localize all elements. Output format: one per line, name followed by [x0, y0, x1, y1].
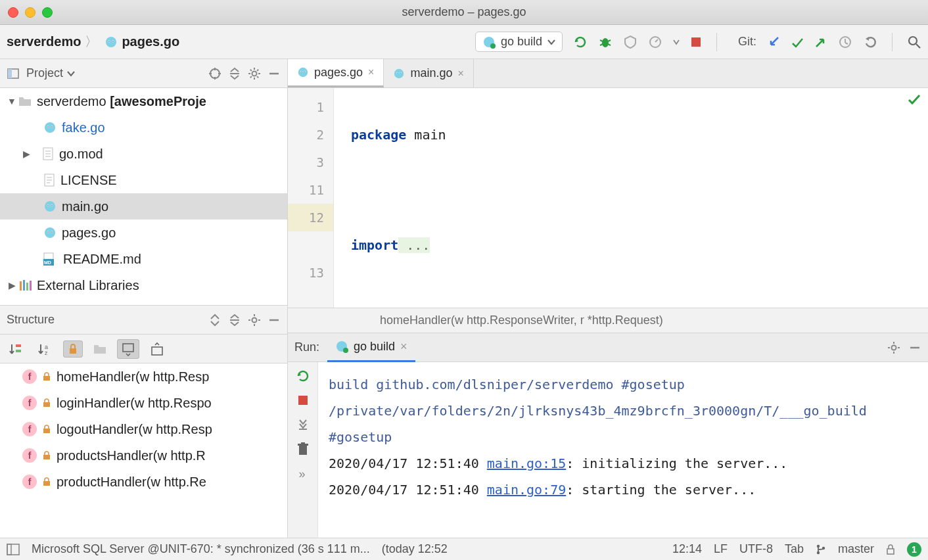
go-file-icon	[43, 121, 57, 134]
source-link[interactable]: main.go:15	[487, 455, 566, 471]
status-cursor[interactable]: 12:14	[672, 542, 702, 556]
show-local-icon[interactable]	[89, 340, 110, 358]
git-history-icon[interactable]	[838, 35, 852, 49]
stop-icon[interactable]	[298, 395, 308, 406]
chevron-right-icon[interactable]: ▶	[5, 280, 18, 291]
svg-rect-110	[7, 544, 19, 555]
close-icon[interactable]: ×	[457, 68, 463, 80]
scroll-to-end-icon[interactable]	[296, 417, 310, 431]
expand-all-icon[interactable]	[208, 314, 221, 327]
chevron-right-icon[interactable]: ▶	[20, 149, 33, 159]
search-icon[interactable]	[907, 35, 921, 49]
close-window-button[interactable]	[8, 7, 18, 18]
structure-item[interactable]: f logoutHandler(w http.Resp	[0, 416, 287, 442]
run-tab[interactable]: go build ×	[327, 333, 415, 362]
sort-alphabetically-icon[interactable]: az	[34, 339, 57, 359]
tree-row-file[interactable]: MD README.md	[0, 246, 287, 272]
project-panel-title[interactable]: Project	[26, 66, 75, 80]
project-tree[interactable]: ▼ serverdemo [awesomeProje fake.go ▶ go.…	[0, 88, 287, 305]
rerun-icon[interactable]	[573, 35, 588, 49]
git-branch-icon[interactable]	[816, 544, 826, 555]
inspection-ok-icon[interactable]	[907, 92, 921, 106]
autoscroll-from-source-icon[interactable]	[146, 339, 168, 359]
notifications-badge[interactable]: 1	[907, 542, 921, 557]
tab-label: main.go	[410, 66, 452, 80]
sort-visibility-icon[interactable]	[5, 339, 28, 359]
git-update-icon[interactable]	[767, 35, 780, 49]
autoscroll-to-source-icon[interactable]	[117, 339, 139, 359]
code-body[interactable]: package main import ... func homeHandler…	[334, 88, 928, 308]
breadcrumb-file[interactable]: pages.go	[122, 34, 179, 49]
structure-item[interactable]: f homeHandler(w http.Resp	[0, 363, 287, 390]
line-number	[288, 231, 333, 259]
tree-label: serverdemo	[37, 94, 106, 108]
structure-item[interactable]: f loginHandler(w http.Respo	[0, 390, 287, 416]
tree-row-root[interactable]: ▼ serverdemo [awesomeProje	[0, 88, 287, 114]
function-badge-icon: f	[22, 422, 37, 436]
breadcrumb-project[interactable]: serverdemo	[7, 34, 81, 49]
structure-item[interactable]: f productHandler(w http.Re	[0, 469, 287, 495]
minimize-panel-icon[interactable]	[267, 67, 281, 80]
tree-label: External Libraries	[37, 278, 139, 293]
minimize-panel-icon[interactable]	[267, 314, 281, 327]
structure-panel-title[interactable]: Structure	[7, 313, 55, 327]
close-icon[interactable]: ×	[400, 340, 407, 354]
code-folded[interactable]: ...	[398, 237, 430, 253]
tree-row-file[interactable]: ▶ go.mod	[0, 141, 287, 167]
go-file-icon	[393, 68, 405, 80]
source-link[interactable]: main.go:79	[487, 482, 566, 498]
status-indent[interactable]: Tab	[785, 542, 804, 556]
code-editor[interactable]: 1 2 3 11 12 13 package main import ... f…	[288, 88, 928, 308]
editor-tab[interactable]: main.go ×	[384, 59, 473, 87]
tree-row-file[interactable]: fake.go	[0, 114, 287, 141]
svg-point-28	[252, 71, 257, 76]
gear-icon[interactable]	[248, 314, 261, 327]
stop-icon[interactable]	[690, 36, 702, 48]
show-private-icon[interactable]	[63, 340, 83, 358]
close-icon[interactable]: ×	[368, 66, 374, 78]
svg-rect-84	[43, 429, 50, 433]
structure-item[interactable]: f productsHandler(w http.R	[0, 442, 287, 469]
run-console[interactable]: build github.com/dlsniper/serverdemo #go…	[318, 362, 928, 538]
collapse-all-icon[interactable]	[228, 67, 241, 80]
editor-gutter[interactable]: 1 2 3 11 12 13	[288, 88, 334, 308]
rollback-icon[interactable]	[863, 35, 877, 49]
chevron-down-icon[interactable]	[673, 39, 680, 45]
structure-panel-header: Structure	[0, 306, 287, 335]
tree-row-file[interactable]: LICENSE	[0, 167, 287, 193]
lock-icon[interactable]	[886, 544, 895, 555]
locate-icon[interactable]	[208, 67, 221, 80]
status-line-ending[interactable]: LF	[714, 542, 728, 556]
editor-tab[interactable]: pages.go ×	[288, 59, 384, 87]
tool-window-icon[interactable]	[7, 544, 20, 555]
zoom-window-button[interactable]	[42, 7, 53, 18]
svg-rect-108	[298, 444, 308, 446]
gear-icon[interactable]	[887, 341, 900, 354]
git-push-icon[interactable]	[814, 35, 827, 49]
gear-icon[interactable]	[248, 67, 261, 80]
rerun-icon[interactable]	[296, 369, 310, 383]
chevron-down-icon	[67, 70, 75, 78]
chevron-down-icon[interactable]: ▼	[5, 96, 18, 106]
git-commit-icon[interactable]	[791, 35, 804, 49]
tree-row-libs[interactable]: ▶ External Libraries	[0, 272, 287, 298]
status-encoding[interactable]: UTF-8	[739, 542, 773, 556]
svg-point-112	[817, 544, 820, 547]
run-coverage-icon[interactable]	[623, 35, 638, 49]
collapse-all-icon[interactable]	[228, 314, 241, 327]
run-config-selector[interactable]: go build	[475, 32, 563, 52]
tree-row-file[interactable]: pages.go	[0, 220, 287, 246]
svg-point-59	[47, 231, 48, 232]
lock-icon	[42, 372, 51, 381]
editor-breadcrumb[interactable]: homeHandler(w http.ResponseWriter, r *ht…	[288, 308, 928, 333]
profiler-icon[interactable]	[648, 35, 662, 49]
status-branch[interactable]: master	[838, 542, 874, 556]
more-icon[interactable]: »	[298, 467, 306, 481]
trash-icon[interactable]	[297, 442, 309, 455]
minimize-panel-icon[interactable]	[908, 341, 921, 354]
status-db[interactable]: Microsoft SQL Server @UNIT-670: * synchr…	[32, 542, 370, 556]
minimize-window-button[interactable]	[25, 7, 35, 18]
tree-row-file[interactable]: main.go	[0, 193, 287, 220]
debug-icon[interactable]	[598, 35, 613, 49]
structure-list[interactable]: f homeHandler(w http.Resp f loginHandler…	[0, 363, 287, 538]
